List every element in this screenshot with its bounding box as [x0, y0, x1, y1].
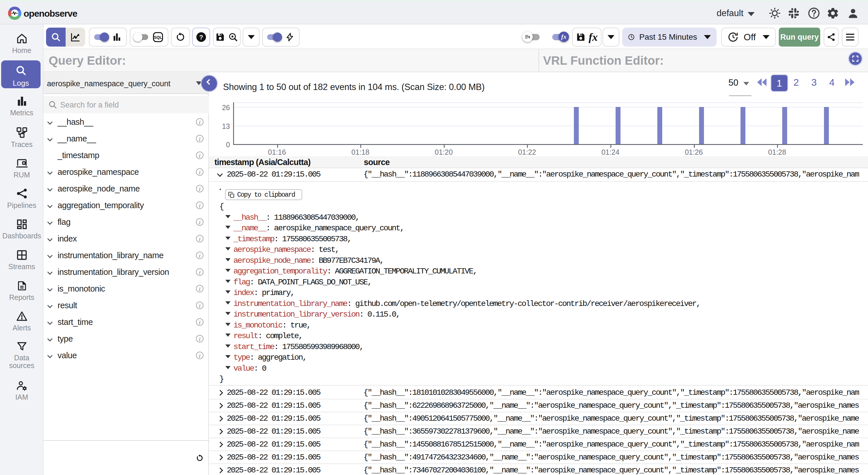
- svg-text:?: ?: [199, 34, 203, 41]
- svg-text:SQL: SQL: [154, 35, 162, 40]
